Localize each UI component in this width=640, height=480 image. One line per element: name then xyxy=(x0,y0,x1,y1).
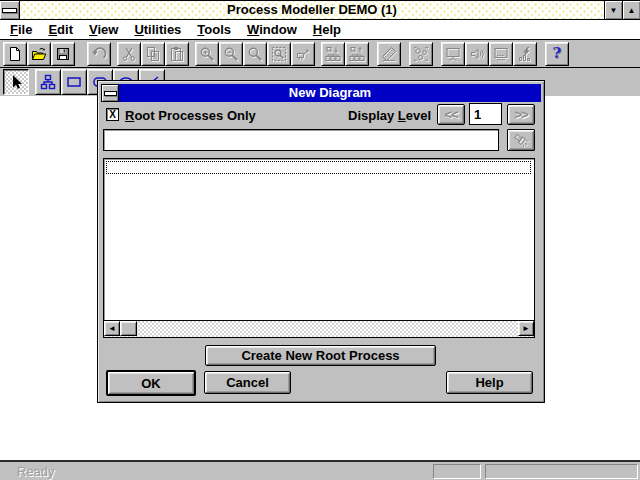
save-button[interactable] xyxy=(51,42,75,66)
slideshow-icon xyxy=(445,46,461,62)
zoom-out-button[interactable] xyxy=(219,42,243,66)
copy-icon xyxy=(145,46,161,62)
new-diagram-dialog: New Diagram X Root Processes Only Displa… xyxy=(97,80,545,403)
menu-item-edit[interactable]: Edit xyxy=(40,22,81,37)
scroll-left-button[interactable]: ◄ xyxy=(104,321,120,336)
status-panel-large xyxy=(485,464,638,479)
create-new-root-process-button[interactable]: Create New Root Process xyxy=(205,345,436,366)
process-list[interactable]: ◄ ► xyxy=(103,158,535,338)
sound-button[interactable] xyxy=(465,42,489,66)
main-toolbar: ? xyxy=(0,40,640,68)
open-button[interactable] xyxy=(27,42,51,66)
layout-icon xyxy=(381,46,397,62)
display-icon xyxy=(493,46,509,62)
scroll-thumb[interactable] xyxy=(120,321,137,336)
paste-icon xyxy=(169,46,185,62)
hierarchy-icon xyxy=(40,74,56,90)
system-menu-button[interactable] xyxy=(0,1,20,19)
display-button[interactable] xyxy=(489,42,513,66)
expand-level-icon xyxy=(325,46,341,62)
level-decrement-button[interactable]: << xyxy=(437,104,465,125)
scroll-right-icon: ► xyxy=(522,325,530,333)
list-focus-item[interactable] xyxy=(106,161,531,174)
maximize-button[interactable]: ▲ xyxy=(622,1,640,19)
level-increment-button[interactable]: >> xyxy=(507,104,535,125)
scroll-left-icon: ◄ xyxy=(108,325,116,333)
animate-icon xyxy=(517,46,533,62)
animate-button[interactable] xyxy=(513,42,537,66)
status-panel-small xyxy=(433,464,481,479)
system-menu-icon xyxy=(2,8,17,13)
menu-item-window[interactable]: Window xyxy=(239,22,305,37)
cut-button[interactable] xyxy=(117,42,141,66)
menu-item-file[interactable]: File xyxy=(2,22,40,37)
new-button[interactable] xyxy=(3,42,27,66)
copy-button[interactable] xyxy=(141,42,165,66)
menu-item-view[interactable]: View xyxy=(81,22,126,37)
dialog-system-menu-icon xyxy=(104,91,117,96)
collapse-level-button[interactable] xyxy=(345,42,369,66)
pan-icon xyxy=(295,46,311,62)
help-button[interactable]: ? xyxy=(545,42,569,66)
slideshow-button[interactable] xyxy=(441,42,465,66)
new-icon xyxy=(7,46,23,62)
paste-button[interactable] xyxy=(165,42,189,66)
root-processes-label: Root Processes Only xyxy=(125,108,256,123)
scroll-right-button[interactable]: ► xyxy=(518,321,534,336)
undo-button[interactable] xyxy=(87,42,111,66)
window-title: Process Modeller DEMO (1) xyxy=(20,1,604,19)
dialog-title: New Diagram xyxy=(119,84,541,102)
rectangle-icon xyxy=(66,74,82,90)
symbols-icon xyxy=(413,46,429,62)
help-icon: ? xyxy=(553,46,562,61)
collapse-level-icon xyxy=(349,46,365,62)
search-button[interactable] xyxy=(507,129,535,151)
minimize-icon: ▼ xyxy=(610,6,618,15)
rectangle-tool-button[interactable] xyxy=(61,69,87,95)
flashlight-icon xyxy=(513,132,529,148)
dialog-system-menu-button[interactable] xyxy=(101,84,119,102)
undo-icon xyxy=(91,46,107,62)
zoom-in-icon xyxy=(199,46,215,62)
cut-icon xyxy=(121,46,137,62)
zoom-fit-button[interactable] xyxy=(267,42,291,66)
app-window: Process Modeller DEMO (1) ▼ ▲ File Edit … xyxy=(0,0,640,480)
pointer-icon xyxy=(8,74,24,90)
dialog-title-bar: New Diagram xyxy=(101,84,541,102)
zoom-normal-icon xyxy=(247,46,263,62)
help-dialog-button[interactable]: Help xyxy=(446,371,533,394)
cancel-button[interactable]: Cancel xyxy=(204,371,291,394)
menu-bar: File Edit View Utilities Tools Window He… xyxy=(0,20,640,40)
status-message: Ready xyxy=(0,464,55,479)
zoom-fit-icon xyxy=(271,46,287,62)
checkbox-check-icon: X xyxy=(109,110,116,120)
process-name-input[interactable] xyxy=(103,129,499,151)
open-folder-icon xyxy=(31,46,47,62)
root-processes-checkbox[interactable]: X xyxy=(106,108,119,121)
list-horizontal-scrollbar[interactable]: ◄ ► xyxy=(104,320,534,337)
minimize-button[interactable]: ▼ xyxy=(605,1,622,19)
title-bar: Process Modeller DEMO (1) ▼ ▲ xyxy=(0,0,640,20)
zoom-out-icon xyxy=(223,46,239,62)
menu-item-utilities[interactable]: Utilities xyxy=(126,22,189,37)
display-level-input[interactable] xyxy=(469,103,502,125)
pan-button[interactable] xyxy=(291,42,315,66)
menu-item-help[interactable]: Help xyxy=(305,22,349,37)
maximize-icon: ▲ xyxy=(628,6,636,15)
zoom-in-button[interactable] xyxy=(195,42,219,66)
hierarchy-tool-button[interactable] xyxy=(35,69,61,95)
pointer-tool-button[interactable] xyxy=(3,69,29,95)
ok-button[interactable]: OK xyxy=(106,370,196,396)
menu-item-tools[interactable]: Tools xyxy=(189,22,239,37)
symbols-button[interactable] xyxy=(409,42,433,66)
status-bar: Ready xyxy=(0,460,640,480)
caption-buttons: ▼ ▲ xyxy=(604,1,640,19)
layout-button[interactable] xyxy=(377,42,401,66)
expand-level-button[interactable] xyxy=(321,42,345,66)
sound-icon xyxy=(469,46,485,62)
scroll-track[interactable] xyxy=(120,321,518,337)
display-level-label: Display Level xyxy=(348,108,431,123)
save-icon xyxy=(55,46,71,62)
zoom-normal-button[interactable] xyxy=(243,42,267,66)
